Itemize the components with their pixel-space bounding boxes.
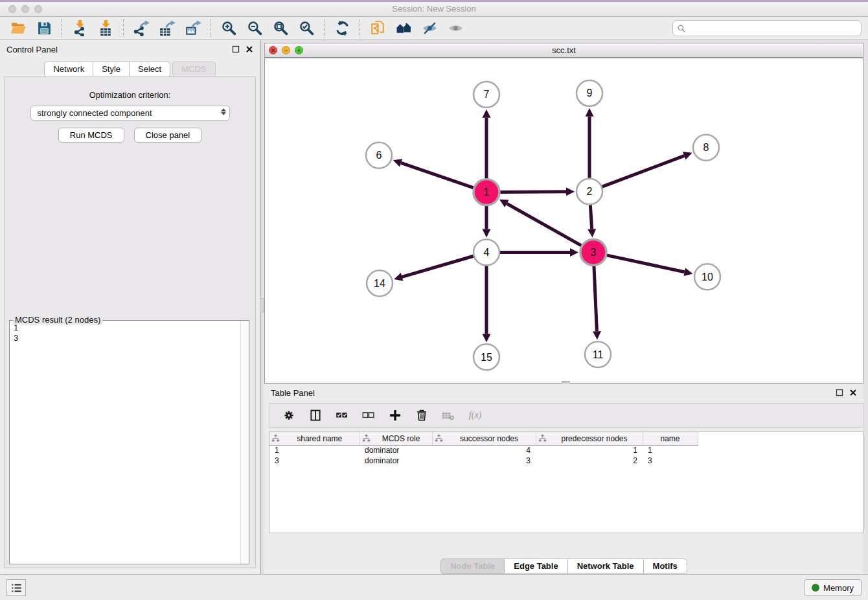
- tree-icon: [271, 434, 280, 443]
- network-canvas[interactable]: 1234678910111415: [264, 58, 863, 384]
- show-columns-button[interactable]: [308, 408, 323, 423]
- table-cell[interactable]: 3: [432, 456, 536, 466]
- export-image-button[interactable]: [180, 18, 206, 39]
- export-table-button[interactable]: [154, 18, 180, 39]
- network-view-window: ✕ − + scc.txt 1234678910111415: [264, 40, 863, 384]
- node-table[interactable]: shared nameMCDS rolesuccessor nodesprede…: [269, 432, 863, 533]
- houses-button[interactable]: [391, 18, 417, 39]
- tab-network[interactable]: Network: [44, 62, 93, 77]
- task-history-button[interactable]: [6, 579, 26, 596]
- save-session-button[interactable]: [31, 18, 57, 39]
- delete-rows-trash-button[interactable]: [414, 408, 429, 423]
- result-scrollbar[interactable]: [240, 321, 249, 564]
- refresh-layout-icon: [334, 20, 350, 36]
- toolbar-separator: [62, 19, 62, 38]
- search-box[interactable]: [672, 20, 862, 36]
- close-panel-icon[interactable]: [246, 45, 253, 53]
- column-header-name[interactable]: name: [643, 432, 698, 445]
- table-cell[interactable]: 3: [269, 456, 360, 466]
- memory-label: Memory: [823, 583, 854, 593]
- open-file-button[interactable]: [5, 18, 31, 39]
- main-toolbar: [0, 17, 868, 40]
- tab-network-table[interactable]: Network Table: [567, 559, 644, 574]
- column-header-MCDS-role[interactable]: MCDS role: [360, 432, 432, 445]
- tab-select[interactable]: Select: [129, 62, 170, 77]
- zoom-window-button[interactable]: [34, 5, 42, 13]
- table-cell[interactable]: 1: [536, 445, 643, 456]
- import-table-button[interactable]: [93, 18, 119, 39]
- refresh-layout-button[interactable]: [329, 18, 355, 39]
- graph-edge-2-3[interactable]: [590, 205, 591, 229]
- table-settings-gear-button[interactable]: [281, 408, 297, 423]
- graph-node-label-15: 15: [481, 352, 492, 363]
- network-minimize-button[interactable]: −: [282, 46, 290, 54]
- graph-node-label-14: 14: [374, 278, 385, 289]
- float-panel-icon[interactable]: [232, 45, 240, 53]
- column-header-successor-nodes[interactable]: successor nodes: [432, 432, 536, 445]
- table-cell[interactable]: 2: [536, 456, 643, 466]
- graph-edge-3-10[interactable]: [607, 255, 685, 272]
- tab-style[interactable]: Style: [93, 62, 130, 77]
- select-stepper-icon: [221, 108, 226, 115]
- memory-button[interactable]: Memory: [804, 579, 862, 596]
- column-header-shared-name[interactable]: shared name: [269, 432, 360, 445]
- table-cell[interactable]: 3: [643, 456, 698, 466]
- graph-edge-3-11[interactable]: [594, 266, 597, 331]
- export-network-button[interactable]: [128, 18, 154, 39]
- deselect-all-rows-button[interactable]: [361, 408, 376, 423]
- network-window-titlebar[interactable]: ✕ − + scc.txt: [264, 43, 863, 58]
- zoom-out-button[interactable]: [242, 18, 268, 39]
- table-cell[interactable]: 1: [269, 445, 360, 456]
- splitter-grip[interactable]: [260, 298, 264, 312]
- zoom-fit-button[interactable]: [268, 18, 293, 39]
- zoom-in-button[interactable]: [216, 18, 242, 39]
- table-cell[interactable]: 1: [643, 445, 698, 456]
- table-row[interactable]: 1dominator411: [269, 445, 714, 456]
- mcds-result-item[interactable]: 3: [14, 333, 245, 343]
- eye-hide-button[interactable]: [417, 18, 442, 39]
- network-maximize-button[interactable]: +: [295, 46, 303, 54]
- select-all-rows-button[interactable]: [334, 408, 350, 423]
- column-header-predecessor-nodes[interactable]: predecessor nodes: [536, 432, 643, 445]
- tab-motifs[interactable]: Motifs: [643, 559, 687, 574]
- tab-node-table[interactable]: Node Table: [440, 559, 505, 574]
- network-close-button[interactable]: ✕: [269, 46, 277, 54]
- optimization-criterion-label: Optimization criterion:: [5, 90, 255, 100]
- float-table-panel-icon[interactable]: [836, 389, 843, 397]
- table-cell[interactable]: dominator: [360, 456, 432, 466]
- table-cell-filler: [698, 445, 714, 456]
- network-graph[interactable]: 1234678910111415: [265, 58, 863, 383]
- table-cell[interactable]: 4: [432, 445, 536, 456]
- eye-show-icon: [448, 20, 464, 36]
- copy-network-button[interactable]: [365, 18, 391, 39]
- minimize-window-button[interactable]: [21, 5, 29, 13]
- close-table-panel-icon[interactable]: [849, 389, 857, 397]
- table-row[interactable]: 3dominator323: [269, 456, 714, 466]
- zoom-selected-button[interactable]: [293, 18, 319, 39]
- function-builder-button: f(x): [467, 408, 483, 423]
- close-panel-button[interactable]: Close panel: [134, 128, 202, 143]
- add-column-button[interactable]: [387, 408, 403, 423]
- close-window-button[interactable]: [8, 5, 16, 13]
- graph-arrowhead: [586, 108, 594, 117]
- table-cell[interactable]: dominator: [360, 445, 432, 456]
- tab-edge-table[interactable]: Edge Table: [504, 559, 567, 574]
- graph-arrowhead: [483, 110, 491, 118]
- vertical-splitter[interactable]: [260, 40, 264, 574]
- graph-node-label-3: 3: [591, 247, 597, 258]
- graph-edge-3-1[interactable]: [507, 203, 581, 246]
- graph-arrowhead: [593, 331, 601, 340]
- optimization-criterion-select[interactable]: strongly connected component: [30, 106, 230, 121]
- import-network-button[interactable]: [67, 18, 93, 39]
- control-panel-tabs: NetworkStyleSelectMCDS: [0, 62, 260, 77]
- tree-icon: [435, 434, 443, 443]
- graph-edge-1-2[interactable]: [500, 192, 566, 192]
- tab-mcds[interactable]: MCDS: [172, 62, 215, 77]
- graph-edge-4-14[interactable]: [402, 256, 474, 277]
- graph-edge-2-8[interactable]: [602, 156, 685, 187]
- function-builder-icon: f(x): [468, 409, 481, 422]
- graph-arrowhead: [483, 334, 491, 342]
- search-input[interactable]: [689, 23, 857, 33]
- graph-edge-1-6[interactable]: [401, 163, 474, 187]
- run-mcds-button[interactable]: Run MCDS: [58, 128, 124, 143]
